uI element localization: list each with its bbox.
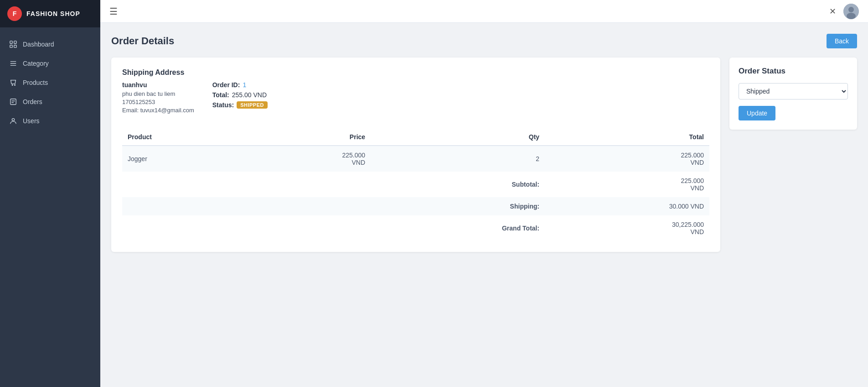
topbar-right: ✕ xyxy=(829,4,859,19)
main-area: ☰ ✕ Order Details Back Shi xyxy=(100,0,868,387)
sidebar-item-users[interactable]: Users xyxy=(0,111,100,131)
product-name: Jogger xyxy=(122,146,248,172)
topbar: ☰ ✕ xyxy=(100,0,868,23)
grand-total-value: 30,225.000VND xyxy=(545,215,709,241)
email-label: Email: xyxy=(122,107,139,114)
svg-rect-2 xyxy=(10,45,12,47)
col-qty: Qty xyxy=(371,129,545,146)
order-id-value: 1 xyxy=(243,81,246,89)
grand-total-label: Grand Total: xyxy=(371,215,545,241)
grand-total-row: Grand Total: 30,225.000VND xyxy=(122,215,709,241)
status-badge: SHIPPED xyxy=(237,101,268,109)
product-qty: 2 xyxy=(371,146,545,172)
status-card-title: Order Status xyxy=(739,67,848,76)
col-product: Product xyxy=(122,129,248,146)
customer-name: tuanhvu xyxy=(122,81,194,89)
order-id-row: Order ID: 1 xyxy=(212,81,268,89)
shipping-label: Shipping: xyxy=(371,197,545,215)
subtotal-value: 225.000VND xyxy=(545,172,709,197)
page-title: Order Details xyxy=(111,35,174,47)
sidebar-nav: Dashboard Category Products xyxy=(0,27,100,387)
sidebar-header: F FASHION SHOP xyxy=(0,0,100,27)
order-status-label: Status: xyxy=(212,101,234,109)
svg-rect-0 xyxy=(10,41,12,43)
order-status-card: Order Status PendingProcessingShippedDel… xyxy=(729,58,857,130)
products-table: Product Price Qty Total Jogger 225.000VN… xyxy=(122,129,709,241)
sidebar: F FASHION SHOP Dashboard Category xyxy=(0,0,100,387)
shipping-section: Shipping Address tuanhvu phu dien bac tu… xyxy=(122,68,709,115)
content-layout: Shipping Address tuanhvu phu dien bac tu… xyxy=(111,58,857,252)
svg-rect-3 xyxy=(14,45,16,47)
svg-point-10 xyxy=(847,13,856,19)
order-id-label: Order ID: xyxy=(212,81,240,89)
subtotal-label: Subtotal: xyxy=(371,172,545,197)
svg-point-4 xyxy=(12,84,13,85)
svg-point-7 xyxy=(12,119,14,121)
svg-point-9 xyxy=(848,7,854,12)
category-icon xyxy=(9,59,17,68)
app-title: FASHION SHOP xyxy=(26,10,80,17)
order-total-label: Total: xyxy=(212,91,229,99)
users-icon xyxy=(9,117,17,125)
order-total-row: Total: 255.00 VND xyxy=(212,91,268,99)
shipping-row: Shipping: 30.000 VND xyxy=(122,197,709,215)
svg-rect-6 xyxy=(10,99,16,105)
products-icon xyxy=(9,78,17,87)
order-status-row: Status: SHIPPED xyxy=(212,101,268,109)
close-icon[interactable]: ✕ xyxy=(829,6,836,16)
address-email: Email: tuvux14@gmail.com xyxy=(122,107,194,114)
sidebar-item-orders[interactable]: Orders xyxy=(0,92,100,111)
product-total: 225.000VND xyxy=(545,146,709,172)
email-value: tuvux14@gmail.com xyxy=(140,107,194,114)
sidebar-item-dashboard[interactable]: Dashboard xyxy=(0,35,100,54)
sidebar-item-products[interactable]: Products xyxy=(0,73,100,92)
users-label: Users xyxy=(23,117,40,125)
shipping-value: 30.000 VND xyxy=(545,197,709,215)
orders-label: Orders xyxy=(23,98,42,105)
sidebar-item-category[interactable]: Category xyxy=(0,54,100,73)
page-header: Order Details Back xyxy=(111,34,857,48)
table-row: Jogger 225.000VND 2 225.000VND xyxy=(122,146,709,172)
table-body: Jogger 225.000VND 2 225.000VND Subtotal:… xyxy=(122,146,709,241)
update-button[interactable]: Update xyxy=(739,106,775,120)
products-label: Products xyxy=(23,79,48,86)
product-price: 225.000VND xyxy=(248,146,371,172)
back-button[interactable]: Back xyxy=(827,34,857,48)
subtotal-row: Subtotal: 225.000VND xyxy=(122,172,709,197)
col-total: Total xyxy=(545,129,709,146)
avatar[interactable] xyxy=(843,4,859,19)
category-label: Category xyxy=(23,60,49,67)
table-header-row: Product Price Qty Total xyxy=(122,129,709,146)
status-select[interactable]: PendingProcessingShippedDeliveredCancell… xyxy=(739,83,848,99)
svg-point-5 xyxy=(15,84,16,85)
col-price: Price xyxy=(248,129,371,146)
shipping-title: Shipping Address xyxy=(122,68,194,77)
menu-icon[interactable]: ☰ xyxy=(109,6,118,17)
order-total-value: 255.00 VND xyxy=(232,91,267,99)
orders-icon xyxy=(9,98,17,106)
address-phone: 1705125253 xyxy=(122,99,194,105)
order-card: Shipping Address tuanhvu phu dien bac tu… xyxy=(111,58,720,252)
svg-rect-1 xyxy=(14,41,16,43)
dashboard-label: Dashboard xyxy=(23,41,54,48)
order-info: Order ID: 1 Total: 255.00 VND Status: SH… xyxy=(212,68,268,115)
app-logo: F xyxy=(7,6,22,21)
content: Order Details Back Shipping Address tuan… xyxy=(100,23,868,387)
address-street: phu dien bac tu liem xyxy=(122,90,194,97)
shipping-address: Shipping Address tuanhvu phu dien bac tu… xyxy=(122,68,194,115)
table-head: Product Price Qty Total xyxy=(122,129,709,146)
dashboard-icon xyxy=(9,40,17,48)
